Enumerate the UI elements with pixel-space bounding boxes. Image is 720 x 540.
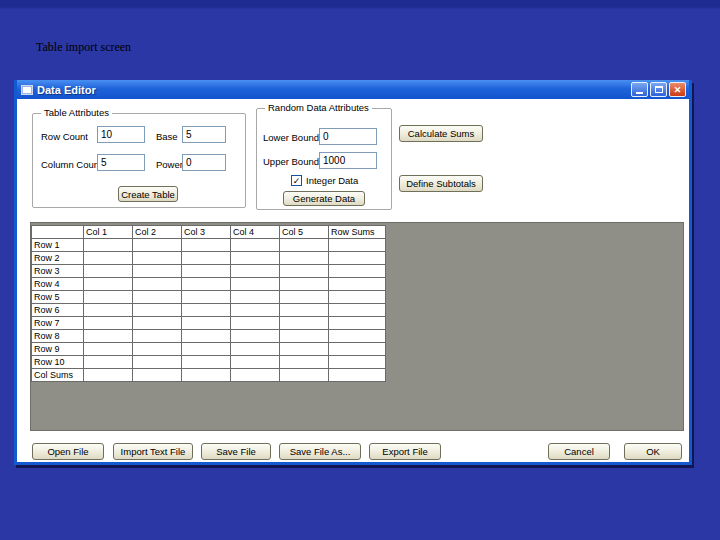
grid-cell[interactable] [84, 369, 133, 382]
column-count-label: Column Count [41, 159, 102, 170]
grid-cell[interactable] [133, 369, 182, 382]
grid-cell[interactable] [84, 239, 133, 252]
grid-cell[interactable] [329, 343, 386, 356]
grid-cell[interactable] [280, 265, 329, 278]
grid-cell[interactable] [280, 278, 329, 291]
grid-cell[interactable] [329, 239, 386, 252]
grid-cell[interactable] [133, 356, 182, 369]
grid-cell[interactable] [280, 356, 329, 369]
grid-cell[interactable] [182, 343, 231, 356]
grid-row-header: Row 9 [32, 343, 84, 356]
grid-cell[interactable] [329, 278, 386, 291]
grid-cell[interactable] [280, 239, 329, 252]
grid-cell[interactable] [182, 304, 231, 317]
upper-bound-input[interactable] [319, 152, 377, 169]
power-input[interactable] [182, 154, 226, 171]
grid-cell[interactable] [329, 330, 386, 343]
generate-data-button[interactable]: Generate Data [283, 191, 365, 206]
grid-cell[interactable] [182, 317, 231, 330]
grid-cell[interactable] [231, 330, 280, 343]
ok-button[interactable]: OK [624, 443, 682, 460]
grid-cell[interactable] [182, 265, 231, 278]
grid-cell[interactable] [329, 265, 386, 278]
grid-cell[interactable] [133, 317, 182, 330]
grid-cell[interactable] [231, 278, 280, 291]
import-text-file-button[interactable]: Import Text File [113, 443, 193, 460]
grid-cell[interactable] [231, 252, 280, 265]
save-file-button[interactable]: Save File [201, 443, 271, 460]
grid-cell[interactable] [280, 369, 329, 382]
maximize-button[interactable] [650, 82, 667, 97]
grid-cell[interactable] [182, 291, 231, 304]
grid-cell[interactable] [84, 317, 133, 330]
cancel-button[interactable]: Cancel [548, 443, 610, 460]
grid-cell[interactable] [133, 291, 182, 304]
grid-cell[interactable] [280, 304, 329, 317]
grid-cell[interactable] [133, 239, 182, 252]
grid-cell[interactable] [133, 278, 182, 291]
grid-cell[interactable] [182, 278, 231, 291]
grid-cell[interactable] [182, 252, 231, 265]
grid-cell[interactable] [329, 252, 386, 265]
grid-cell[interactable] [84, 304, 133, 317]
save-file-as-button[interactable]: Save File As... [279, 443, 361, 460]
grid-cell[interactable] [329, 317, 386, 330]
grid-cell[interactable] [231, 265, 280, 278]
grid-cell[interactable] [182, 330, 231, 343]
grid-cell[interactable] [231, 369, 280, 382]
table-attributes-legend: Table Attributes [41, 107, 112, 118]
grid-cell[interactable] [231, 343, 280, 356]
grid-cell[interactable] [133, 304, 182, 317]
grid-cell[interactable] [84, 291, 133, 304]
base-input[interactable] [182, 126, 226, 143]
grid-cell[interactable] [231, 239, 280, 252]
integer-data-checkbox-row[interactable]: ✓ Integer Data [291, 175, 358, 186]
create-table-button[interactable]: Create Table [118, 186, 178, 202]
grid-cell[interactable] [84, 265, 133, 278]
grid-cell[interactable] [133, 330, 182, 343]
grid-cell[interactable] [231, 356, 280, 369]
grid-row: Row 9 [32, 343, 386, 356]
grid-row-header: Row 3 [32, 265, 84, 278]
maximize-icon [655, 86, 663, 93]
export-file-button[interactable]: Export File [369, 443, 441, 460]
power-label: Power [156, 159, 183, 170]
grid-cell[interactable] [231, 317, 280, 330]
integer-data-checkbox[interactable]: ✓ [291, 175, 302, 186]
grid-cell[interactable] [329, 291, 386, 304]
grid-column-header: Col 1 [84, 226, 133, 239]
grid-cell[interactable] [133, 252, 182, 265]
grid-cell[interactable] [231, 291, 280, 304]
grid-cell[interactable] [133, 265, 182, 278]
data-grid[interactable]: Col 1 Col 2 Col 3 Col 4 Col 5 Row Sums R… [31, 225, 386, 382]
grid-cell[interactable] [329, 369, 386, 382]
grid-cell[interactable] [280, 343, 329, 356]
calculate-sums-button[interactable]: Calculate Sums [399, 125, 483, 142]
row-count-input[interactable] [97, 126, 145, 143]
grid-cell[interactable] [84, 343, 133, 356]
grid-row-header: Row 4 [32, 278, 84, 291]
define-subtotals-button[interactable]: Define Subtotals [399, 175, 483, 192]
grid-cell[interactable] [280, 317, 329, 330]
titlebar[interactable]: Data Editor ✕ [17, 80, 689, 99]
grid-cell[interactable] [133, 343, 182, 356]
grid-cell[interactable] [84, 356, 133, 369]
grid-cell[interactable] [84, 330, 133, 343]
grid-cell[interactable] [329, 304, 386, 317]
grid-cell[interactable] [84, 278, 133, 291]
close-button[interactable]: ✕ [669, 82, 686, 97]
grid-cell[interactable] [329, 356, 386, 369]
grid-cell[interactable] [280, 330, 329, 343]
open-file-button[interactable]: Open File [32, 443, 104, 460]
minimize-button[interactable] [631, 82, 648, 97]
grid-cell[interactable] [182, 356, 231, 369]
grid-cell[interactable] [182, 369, 231, 382]
lower-bound-input[interactable] [319, 128, 377, 145]
grid-cell[interactable] [280, 291, 329, 304]
table-attributes-group: Table Attributes Row Count Base Column C… [32, 113, 246, 208]
grid-cell[interactable] [182, 239, 231, 252]
grid-cell[interactable] [280, 252, 329, 265]
column-count-input[interactable] [97, 154, 145, 171]
grid-cell[interactable] [84, 252, 133, 265]
grid-cell[interactable] [231, 304, 280, 317]
